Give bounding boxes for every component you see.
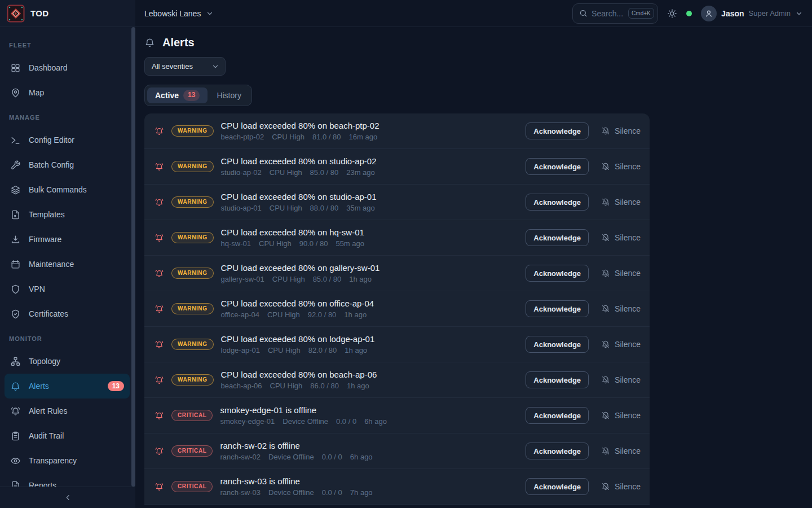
global-search[interactable]: Cmd+K (572, 3, 658, 24)
silence-button[interactable]: Silence (601, 446, 641, 456)
acknowledge-button[interactable]: Acknowledge (526, 371, 589, 388)
alert-text: CPU load exceeded 80% on beach-ptp-02bea… (221, 121, 379, 141)
sidebar-item-transparency[interactable]: Transparency (5, 448, 130, 473)
silence-label: Silence (615, 162, 641, 171)
search-icon (579, 9, 588, 17)
sidebar-item-topology[interactable]: Topology (5, 349, 130, 374)
alert-meta: beach-ptp-02CPU High81.0 / 8016m ago (221, 133, 379, 141)
sidebar-item-certificates[interactable]: Certificates (5, 301, 130, 326)
alert-text: CPU load exceeded 80% on office-ap-04off… (221, 299, 374, 319)
silence-button[interactable]: Silence (601, 375, 641, 384)
sidebar-collapse-button[interactable] (0, 487, 135, 508)
alert-row: WARNINGCPU load exceeded 80% on gallery-… (144, 256, 650, 291)
silence-button[interactable]: Silence (601, 198, 641, 207)
bell-off-icon (601, 375, 610, 384)
silence-label: Silence (615, 304, 641, 313)
bell-off-icon (601, 269, 610, 278)
acknowledge-button[interactable]: Acknowledge (526, 229, 589, 246)
alert-bell-icon (155, 375, 164, 385)
acknowledge-button[interactable]: Acknowledge (526, 194, 589, 211)
silence-button[interactable]: Silence (601, 411, 641, 420)
silence-button[interactable]: Silence (601, 340, 641, 349)
acknowledge-button[interactable]: Acknowledge (526, 407, 589, 424)
alert-text: CPU load exceeded 80% on lodge-ap-01lodg… (221, 334, 375, 354)
tab-active-label: Active (155, 91, 179, 100)
sidebar-scrollbar[interactable] (131, 27, 135, 487)
acknowledge-button[interactable]: Acknowledge (526, 443, 589, 459)
alert-actions: AcknowledgeSilence (526, 122, 641, 139)
sidebar-item-audit-trail[interactable]: Audit Trail (5, 423, 130, 448)
alert-meta: beach-ap-06CPU High86.0 / 801h ago (221, 382, 377, 390)
alert-rule: CPU High (270, 168, 302, 177)
tab-active-count-badge: 13 (183, 90, 200, 101)
alert-actions: AcknowledgeSilence (526, 443, 641, 459)
alert-bell-icon (155, 162, 164, 172)
silence-button[interactable]: Silence (601, 126, 641, 135)
sidebar-item-maintenance[interactable]: Maintenance (5, 252, 130, 277)
alert-title: smokey-edge-01 is offline (220, 405, 386, 415)
sidebar-item-map[interactable]: Map (5, 80, 130, 105)
acknowledge-button[interactable]: Acknowledge (526, 158, 589, 175)
sidebar-item-vpn[interactable]: VPN (5, 277, 130, 301)
bell-off-icon (601, 482, 610, 491)
page-title: Alerts (162, 36, 195, 49)
sidebar-item-alerts[interactable]: Alerts13 (5, 374, 130, 398)
alert-value: 92.0 / 80 (308, 310, 337, 319)
alert-rule: CPU High (272, 275, 305, 283)
alert-rule: CPU High (270, 204, 302, 212)
alerts-tabs: Active 13 History (144, 85, 252, 106)
alert-row: CRITICALranch-sw-03 is offlineranch-sw-0… (144, 469, 650, 505)
chevron-left-icon (64, 493, 72, 502)
alert-meta: studio-ap-02CPU High85.0 / 8023m ago (221, 168, 377, 177)
brand-area: TOD (0, 0, 135, 27)
sidebar-item-label: Templates (29, 210, 65, 219)
alert-time: 1h ago (344, 310, 367, 319)
alert-bell-icon (155, 198, 164, 207)
alert-meta: hq-sw-01CPU High90.0 / 8055m ago (221, 239, 364, 248)
silence-label: Silence (615, 375, 641, 384)
alert-time: 1h ago (345, 346, 367, 354)
site-switcher[interactable]: Lebowski Lanes (144, 9, 214, 18)
silence-button[interactable]: Silence (601, 269, 641, 278)
topbar: TOD Lebowski Lanes Cmd+K Jason Super Adm… (0, 0, 812, 27)
sidebar-item-bulk-commands[interactable]: Bulk Commands (5, 177, 130, 202)
alert-title: ranch-sw-02 is offline (220, 441, 372, 450)
user-name: Jason (721, 9, 744, 18)
sidebar-item-firmware[interactable]: Firmware (5, 227, 130, 252)
bell-off-icon (601, 126, 610, 135)
alert-bell-icon (155, 269, 164, 278)
alert-meta: studio-ap-01CPU High88.0 / 8035m ago (221, 204, 377, 212)
search-input[interactable] (592, 9, 624, 18)
silence-button[interactable]: Silence (601, 304, 641, 313)
alert-bell-icon (155, 126, 164, 136)
tab-active[interactable]: Active 13 (147, 87, 208, 103)
alert-bell-icon (155, 340, 164, 349)
acknowledge-button[interactable]: Acknowledge (526, 478, 589, 495)
alert-row: WARNINGCPU load exceeded 80% on office-a… (144, 291, 650, 327)
alert-device: hq-sw-01 (221, 239, 251, 248)
severity-filter-select[interactable]: All severities (144, 57, 226, 76)
alert-title: CPU load exceeded 80% on beach-ap-06 (221, 370, 377, 379)
tab-history[interactable]: History (209, 87, 249, 103)
acknowledge-button[interactable]: Acknowledge (526, 122, 589, 139)
user-menu[interactable]: Jason Super Admin (701, 6, 803, 21)
alert-device: ranch-sw-03 (220, 488, 261, 497)
sidebar-item-config-editor[interactable]: Config Editor (5, 128, 130, 152)
alert-meta: office-ap-04CPU High92.0 / 801h ago (221, 310, 374, 319)
alert-bell-icon (155, 446, 164, 456)
theme-toggle-sun-icon[interactable] (667, 8, 677, 19)
silence-button[interactable]: Silence (601, 482, 641, 491)
sidebar-item-dashboard[interactable]: Dashboard (5, 55, 130, 80)
silence-button[interactable]: Silence (601, 233, 641, 242)
acknowledge-button[interactable]: Acknowledge (526, 265, 589, 282)
acknowledge-button[interactable]: Acknowledge (526, 336, 589, 353)
acknowledge-button[interactable]: Acknowledge (526, 300, 589, 317)
severity-badge: CRITICAL (171, 445, 213, 457)
silence-label: Silence (615, 233, 641, 242)
sidebar-item-alert-rules[interactable]: Alert Rules (5, 398, 130, 423)
sidebar-item-templates[interactable]: Templates (5, 202, 130, 227)
sidebar-item-batch-config[interactable]: Batch Config (5, 152, 130, 177)
bell-icon (10, 381, 21, 392)
silence-button[interactable]: Silence (601, 162, 641, 171)
sidebar-item-reports[interactable]: Reports (5, 473, 130, 487)
